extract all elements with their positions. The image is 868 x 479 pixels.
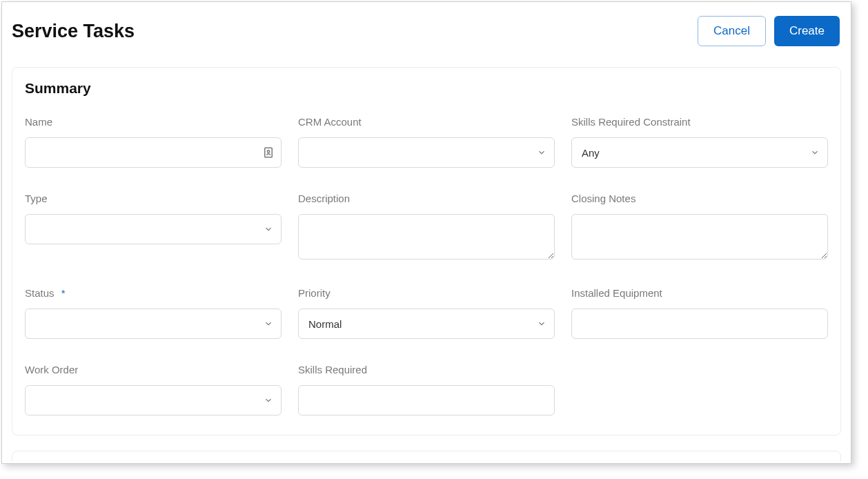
field-description: Description <box>298 193 555 262</box>
page-header: Service Tasks Cancel Create <box>2 2 851 55</box>
field-crm-account: CRM Account <box>298 116 555 168</box>
field-priority: Priority Normal <box>298 287 555 339</box>
page-container: Service Tasks Cancel Create Summary Name <box>1 1 851 464</box>
location-section: Location Information <box>12 451 841 462</box>
label-status: Status * <box>25 287 282 299</box>
input-name[interactable] <box>25 137 282 168</box>
field-skills-required: Skills Required <box>298 364 555 416</box>
input-skills-required[interactable] <box>298 385 555 416</box>
textarea-closing-notes[interactable] <box>571 214 828 260</box>
label-crm-account: CRM Account <box>298 116 555 128</box>
select-priority[interactable]: Normal <box>298 309 555 339</box>
summary-title: Summary <box>25 80 828 97</box>
field-closing-notes: Closing Notes <box>571 193 828 262</box>
select-type[interactable] <box>25 214 282 244</box>
field-name: Name <box>25 116 282 168</box>
select-status[interactable] <box>25 309 282 339</box>
field-installed-equipment: Installed Equipment <box>571 287 828 339</box>
label-name: Name <box>25 116 282 128</box>
cancel-button[interactable]: Cancel <box>698 16 766 46</box>
input-installed-equipment[interactable] <box>571 309 828 339</box>
label-status-text: Status <box>25 287 55 299</box>
textarea-description[interactable] <box>298 214 555 260</box>
label-closing-notes: Closing Notes <box>571 193 828 204</box>
required-indicator: * <box>61 287 66 299</box>
field-work-order: Work Order <box>25 364 282 416</box>
label-priority: Priority <box>298 287 555 299</box>
create-button[interactable]: Create <box>774 16 840 46</box>
label-type: Type <box>25 193 282 204</box>
select-crm-account[interactable] <box>298 137 555 168</box>
header-actions: Cancel Create <box>698 16 840 46</box>
label-description: Description <box>298 193 555 204</box>
empty-cell <box>571 364 828 416</box>
field-status: Status * <box>25 287 282 339</box>
summary-section: Summary Name <box>12 67 841 436</box>
field-type: Type <box>25 193 282 262</box>
select-work-order[interactable] <box>25 385 282 416</box>
summary-form-grid: Name CRM Account <box>25 116 828 416</box>
label-installed-equipment: Installed Equipment <box>571 287 828 299</box>
page-title: Service Tasks <box>12 21 135 42</box>
select-skills-constraint[interactable]: Any <box>571 137 828 168</box>
label-work-order: Work Order <box>25 364 282 375</box>
field-skills-constraint: Skills Required Constraint Any <box>571 116 828 168</box>
content-scroll[interactable]: Summary Name <box>2 55 851 462</box>
label-skills-constraint: Skills Required Constraint <box>571 116 828 128</box>
label-skills-required: Skills Required <box>298 364 555 375</box>
